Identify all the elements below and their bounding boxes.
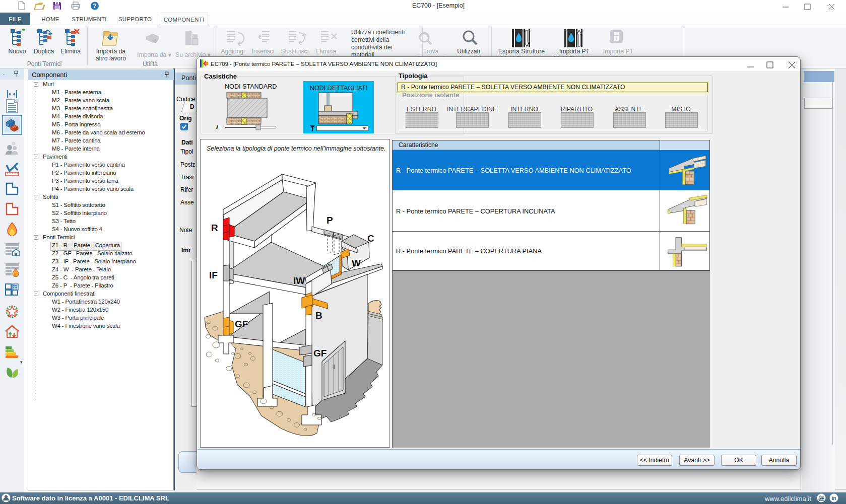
svg-text:?: ? — [93, 3, 96, 10]
svg-text:R: R — [211, 223, 218, 233]
svg-text:IW: IW — [293, 275, 305, 286]
svg-text:W: W — [352, 258, 361, 268]
svg-text:IF: IF — [209, 270, 218, 280]
svg-text:Tube: Tube — [818, 498, 824, 501]
svg-text:GF: GF — [313, 348, 327, 358]
svg-text:You: You — [819, 495, 824, 498]
svg-text:i: i — [616, 36, 617, 41]
svg-text:P: P — [327, 215, 333, 226]
svg-text:in: in — [832, 495, 836, 501]
svg-text:GF: GF — [235, 319, 248, 329]
svg-text:C: C — [367, 233, 374, 244]
svg-text:B: B — [315, 310, 322, 321]
